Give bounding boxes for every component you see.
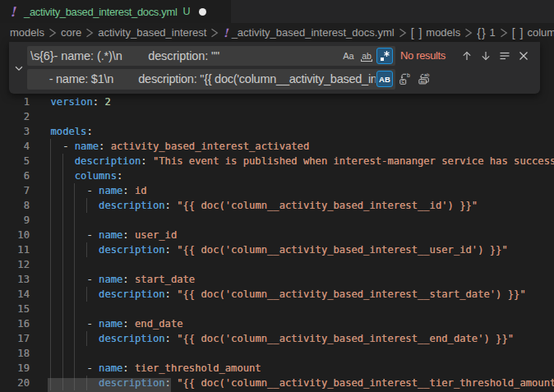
line-number: 17 xyxy=(0,331,30,346)
indent-guide xyxy=(62,257,63,272)
code-line[interactable]: 18 xyxy=(0,346,554,361)
line-number: 3 xyxy=(0,124,30,139)
preserve-case-toggle[interactable]: AB xyxy=(376,71,393,87)
replace-button[interactable]: b c xyxy=(397,71,413,87)
line-number: 2 xyxy=(0,109,30,124)
code-line-text: - name: user_id xyxy=(51,228,178,242)
indent-guide xyxy=(50,302,51,316)
code-line-text: description: "{{ doc('column__activity_b… xyxy=(51,198,478,213)
previous-match-button[interactable] xyxy=(459,48,475,64)
line-number: 20 xyxy=(0,376,30,390)
code-line-text: description: "This event is published wh… xyxy=(51,154,554,168)
indent-guide xyxy=(50,346,51,361)
breadcrumb-item[interactable]: [ ]columns xyxy=(512,26,554,39)
breadcrumb-item[interactable]: !_activity_based_interest_docs.yml xyxy=(223,26,394,39)
line-number: 5 xyxy=(0,154,30,168)
toggle-replace-button[interactable] xyxy=(12,61,26,76)
code-line[interactable]: 16 - name: end_date xyxy=(0,316,554,331)
breadcrumb-item[interactable]: models xyxy=(10,26,44,39)
breadcrumb-label: models xyxy=(426,26,460,39)
breadcrumb-item[interactable]: core xyxy=(61,26,81,39)
symbol-array-icon: [ ] xyxy=(512,26,524,39)
line-number: 12 xyxy=(0,257,30,272)
code-line-text: - name: end_date xyxy=(51,316,183,331)
breadcrumb: modelscoreactivity_based_interest!_activ… xyxy=(0,23,554,42)
code-line-text: - name: tier_threshold_amount xyxy=(51,361,261,376)
code-line[interactable]: 13 - name: start_date xyxy=(0,272,554,287)
indent-guide xyxy=(50,213,51,228)
chevron-right-icon xyxy=(497,26,510,39)
replace-all-icon: ab ac xyxy=(418,72,431,85)
arrow-up-icon xyxy=(460,49,473,62)
modified-dot-icon[interactable] xyxy=(199,8,206,16)
horizontal-scrollbar[interactable] xyxy=(48,378,171,392)
code-line-text: - name: start_date xyxy=(51,272,196,287)
find-input[interactable]: \s{6}- name: (.*)\n description: "" Aa a… xyxy=(27,46,395,67)
breadcrumb-item[interactable]: [ ]models xyxy=(411,26,461,39)
whole-word-toggle[interactable]: ab xyxy=(358,48,375,64)
code-line[interactable]: 2 xyxy=(0,109,554,124)
code-line[interactable]: 6 columns: xyxy=(0,168,554,183)
code-line[interactable]: 3models: xyxy=(0,124,554,139)
regex-toggle[interactable] xyxy=(376,48,393,64)
breadcrumb-item[interactable]: {}1 xyxy=(477,26,496,39)
indent-guide xyxy=(62,213,63,228)
indent-guide xyxy=(62,302,63,316)
git-status-badge: U xyxy=(182,6,190,17)
svg-text:ac: ac xyxy=(420,78,426,84)
code-line-text: version: 2 xyxy=(51,95,111,109)
breadcrumb-item[interactable]: activity_based_interest xyxy=(98,26,206,39)
code-line[interactable]: 19 - name: tier_threshold_amount xyxy=(0,361,554,376)
line-number: 1 xyxy=(0,95,30,109)
find-replace-widget: \s{6}- name: (.*)\n description: "" Aa a… xyxy=(9,42,540,94)
indent-guide xyxy=(74,346,75,361)
next-match-button[interactable] xyxy=(478,48,494,64)
tab-filename: _activity_based_interest_docs.yml xyxy=(24,6,177,18)
find-in-selection-button[interactable] xyxy=(496,48,513,64)
breadcrumb-label: activity_based_interest xyxy=(98,26,206,39)
replace-all-button[interactable]: ab ac xyxy=(416,71,432,87)
svg-text:c: c xyxy=(402,78,405,84)
line-number: 10 xyxy=(0,228,30,242)
code-line[interactable]: 11 description: "{{ doc('column__activit… xyxy=(0,242,554,257)
yaml-file-icon: ! xyxy=(10,4,18,20)
find-results-status: No results xyxy=(400,42,446,69)
replace-input-value: - name: $1\n description: "{{ doc('colum… xyxy=(30,69,376,90)
line-number: 19 xyxy=(0,361,30,376)
chevron-right-icon xyxy=(46,26,59,39)
indent-guide xyxy=(50,257,51,272)
regex-icon xyxy=(378,49,391,62)
indent-guide xyxy=(74,213,75,228)
code-line[interactable]: 1version: 2 xyxy=(0,95,554,109)
match-case-toggle[interactable]: Aa xyxy=(340,48,357,64)
replace-action-buttons: b c ab ac xyxy=(397,71,432,87)
breadcrumb-label: core xyxy=(61,26,81,39)
code-line[interactable]: 10 - name: user_id xyxy=(0,228,554,242)
tab-active-file[interactable]: ! _activity_based_interest_docs.yml U xyxy=(0,0,231,23)
line-number: 4 xyxy=(0,139,30,154)
code-line[interactable]: 14 description: "{{ doc('column__activit… xyxy=(0,287,554,302)
code-line[interactable]: 15 xyxy=(0,302,554,316)
find-nav-buttons xyxy=(459,48,532,64)
line-number: 15 xyxy=(0,302,30,316)
code-line[interactable]: 12 xyxy=(0,257,554,272)
code-line[interactable]: 8 description: "{{ doc('column__activity… xyxy=(0,198,554,213)
code-line-text: description: "{{ doc('column__activity_b… xyxy=(51,331,515,346)
code-area: 1version: 223models:4 - name: activity_b… xyxy=(0,95,554,390)
chevron-right-icon xyxy=(396,26,409,39)
code-line[interactable]: 17 description: "{{ doc('column__activit… xyxy=(0,331,554,346)
code-line[interactable]: 9 xyxy=(0,213,554,228)
breadcrumb-label: 1 xyxy=(490,26,496,39)
code-line[interactable]: 4 - name: activity_based_interest_activa… xyxy=(0,139,554,154)
code-line[interactable]: 5 description: "This event is published … xyxy=(0,154,554,168)
close-widget-button[interactable] xyxy=(515,48,532,64)
chevron-down-icon xyxy=(13,62,25,74)
line-number: 18 xyxy=(0,346,30,361)
line-number: 6 xyxy=(0,168,30,183)
replace-input[interactable]: - name: $1\n description: "{{ doc('colum… xyxy=(27,69,395,90)
line-number: 16 xyxy=(0,316,30,331)
code-line-text: description: "{{ doc('column__activity_b… xyxy=(51,287,526,302)
code-line[interactable]: 7 - name: id xyxy=(0,183,554,198)
code-editor[interactable]: 1version: 223models:4 - name: activity_b… xyxy=(0,42,554,392)
svg-text:b: b xyxy=(407,72,410,78)
